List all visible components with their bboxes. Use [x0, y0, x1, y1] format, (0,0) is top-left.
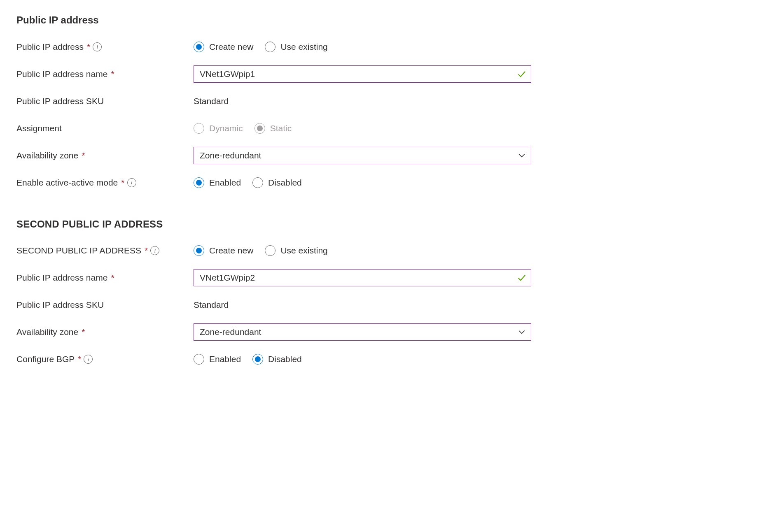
- radio-static-label: Static: [270, 122, 292, 134]
- label-second-public-ip-name: Public IP address name: [16, 272, 107, 283]
- row-second-public-ip-sku: Public IP address SKU Standard: [16, 295, 766, 315]
- radio-create-new-label: Create new: [209, 41, 253, 53]
- value-second-public-ip-sku: Standard: [194, 299, 229, 311]
- radio-bgp-enabled-label: Enabled: [209, 353, 241, 365]
- required-asterisk: *: [81, 149, 85, 161]
- label-active-active: Enable active-active mode: [16, 177, 118, 188]
- label-assignment: Assignment: [16, 122, 62, 134]
- row-public-ip-sku: Public IP address SKU Standard: [16, 91, 766, 111]
- info-icon[interactable]: i: [93, 42, 102, 51]
- radio-use-existing[interactable]: Use existing: [265, 41, 327, 53]
- section-title-second-public-ip: SECOND PUBLIC IP ADDRESS: [16, 217, 766, 231]
- required-asterisk: *: [77, 353, 81, 365]
- label-public-ip-name: Public IP address name: [16, 68, 107, 80]
- row-public-ip-mode: Public IP address * i Create new Use exi…: [16, 37, 766, 57]
- radio-second-use-existing-label: Use existing: [280, 244, 327, 256]
- row-active-active: Enable active-active mode * i Enabled Di…: [16, 173, 766, 193]
- radio-bgp-disabled[interactable]: Disabled: [252, 353, 302, 365]
- label-availability-zone: Availability zone: [16, 149, 78, 161]
- select-second-availability-zone-value: Zone-redundant: [200, 326, 261, 338]
- radio-dynamic-label: Dynamic: [209, 122, 243, 134]
- radio-active-enabled[interactable]: Enabled: [194, 177, 241, 188]
- label-second-public-ip-sku: Public IP address SKU: [16, 299, 104, 311]
- radio-bgp-disabled-label: Disabled: [268, 353, 302, 365]
- select-second-availability-zone[interactable]: Zone-redundant: [194, 323, 531, 341]
- radio-dynamic: Dynamic: [194, 122, 243, 134]
- required-asterisk: *: [110, 68, 114, 80]
- radio-use-existing-label: Use existing: [280, 41, 327, 53]
- input-public-ip-name[interactable]: [194, 65, 531, 83]
- label-configure-bgp: Configure BGP: [16, 353, 75, 365]
- value-public-ip-sku: Standard: [194, 95, 229, 107]
- row-second-public-ip-mode: SECOND PUBLIC IP ADDRESS * i Create new …: [16, 241, 766, 260]
- row-assignment: Assignment Dynamic Static: [16, 118, 766, 138]
- info-icon[interactable]: i: [84, 355, 93, 364]
- required-asterisk: *: [144, 244, 148, 256]
- checkmark-icon: [517, 70, 526, 79]
- row-configure-bgp: Configure BGP * i Enabled Disabled: [16, 349, 766, 369]
- required-asterisk: *: [110, 272, 114, 283]
- radio-second-create-new[interactable]: Create new: [194, 244, 253, 256]
- required-asterisk: *: [86, 41, 90, 53]
- radio-active-disabled-label: Disabled: [268, 177, 302, 188]
- radio-active-disabled[interactable]: Disabled: [252, 177, 302, 188]
- input-second-public-ip-name[interactable]: [194, 269, 531, 286]
- row-availability-zone: Availability zone * Zone-redundant: [16, 146, 766, 165]
- section-title-public-ip: Public IP address: [16, 13, 766, 27]
- required-asterisk: *: [120, 177, 124, 188]
- info-icon[interactable]: i: [127, 178, 136, 187]
- radio-active-enabled-label: Enabled: [209, 177, 241, 188]
- checkmark-icon: [517, 273, 526, 282]
- info-icon[interactable]: i: [150, 246, 159, 255]
- radio-second-use-existing[interactable]: Use existing: [265, 244, 327, 256]
- row-second-availability-zone: Availability zone * Zone-redundant: [16, 322, 766, 342]
- radio-create-new[interactable]: Create new: [194, 41, 253, 53]
- radio-bgp-enabled[interactable]: Enabled: [194, 353, 241, 365]
- label-second-public-ip-mode: SECOND PUBLIC IP ADDRESS: [16, 244, 141, 256]
- label-public-ip-mode: Public IP address: [16, 41, 84, 53]
- radio-second-create-new-label: Create new: [209, 244, 253, 256]
- label-public-ip-sku: Public IP address SKU: [16, 95, 104, 107]
- select-availability-zone[interactable]: Zone-redundant: [194, 147, 531, 164]
- select-availability-zone-value: Zone-redundant: [200, 149, 261, 161]
- row-second-public-ip-name: Public IP address name *: [16, 268, 766, 288]
- radio-static: Static: [254, 122, 292, 134]
- row-public-ip-name: Public IP address name *: [16, 64, 766, 84]
- label-second-availability-zone: Availability zone: [16, 326, 78, 338]
- required-asterisk: *: [81, 326, 85, 338]
